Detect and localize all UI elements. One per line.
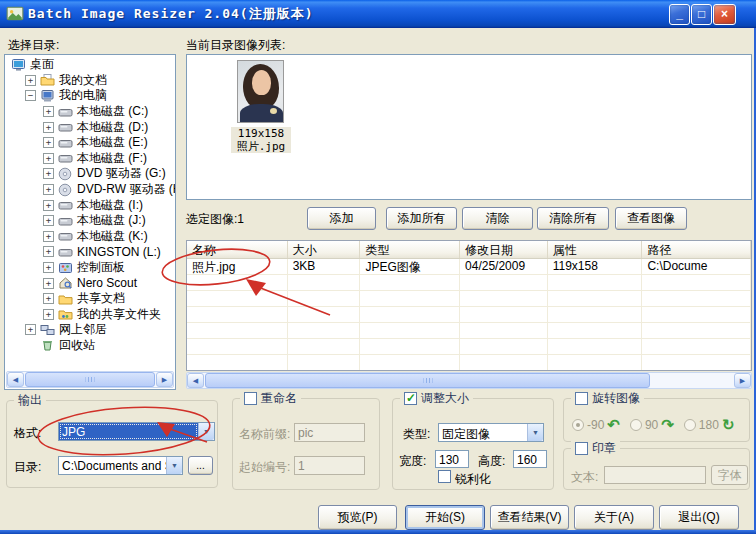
rotate-group: 旋转图像 -90 ↶ 90 ↷ 180 ↻ <box>563 398 750 442</box>
scroll-right-icon[interactable]: ▶ <box>156 372 173 387</box>
view-image-button[interactable]: 查看图像 <box>615 207 687 230</box>
tree-item-label: 我的共享文件夹 <box>77 306 161 323</box>
rotate-minus90-radio[interactable] <box>572 419 584 431</box>
column-header[interactable]: 类型 <box>360 241 460 258</box>
close-button[interactable]: × <box>713 4 736 25</box>
tree-item[interactable]: +本地磁盘 (E:) <box>5 135 175 151</box>
tree-item[interactable]: 桌面 <box>5 57 175 73</box>
disk-icon <box>58 214 73 228</box>
tree-item[interactable]: −我的电脑 <box>5 88 175 104</box>
tree-item[interactable]: +本地磁盘 (D:) <box>5 119 175 135</box>
tree-item-label: DVD-RW 驱动器 (H:) <box>77 181 176 198</box>
expand-toggle-icon[interactable]: + <box>43 293 54 304</box>
expand-toggle-icon[interactable]: + <box>43 106 54 117</box>
tree-item[interactable]: +KINGSTON (L:) <box>5 244 175 260</box>
dropdown-button[interactable]: ▼ <box>527 424 543 441</box>
table-row[interactable]: 照片.jpg3KBJPEG图像04/25/2009119x158C:\Docum… <box>187 259 751 275</box>
photo-thumbnail[interactable] <box>237 60 284 123</box>
stamp-text-field[interactable] <box>604 466 706 484</box>
resize-checkbox[interactable] <box>404 392 417 405</box>
rotate-checkbox[interactable] <box>575 392 588 405</box>
clear-button[interactable]: 清除 <box>462 207 533 230</box>
expand-toggle-icon[interactable]: + <box>43 231 54 242</box>
tree-item[interactable]: +DVD-RW 驱动器 (H:) <box>5 182 175 198</box>
format-value: JPG <box>59 423 198 440</box>
tree-item[interactable]: +本地磁盘 (F:) <box>5 151 175 167</box>
file-table-header[interactable]: 名称大小类型修改日期属性路径 <box>187 241 751 259</box>
scroll-right-icon[interactable]: ▶ <box>734 373 751 388</box>
rotate-90-radio[interactable] <box>630 419 642 431</box>
scroll-left-icon[interactable]: ◀ <box>7 372 24 387</box>
add-all-button[interactable]: 添加所有 <box>386 207 457 230</box>
table-scrollbar-thumb[interactable] <box>205 373 650 388</box>
expand-toggle-icon[interactable]: + <box>43 262 54 273</box>
expand-toggle-icon[interactable]: + <box>43 137 54 148</box>
expand-toggle-icon[interactable]: + <box>43 246 54 257</box>
preview-button[interactable]: 预览(P) <box>318 505 397 530</box>
column-header[interactable]: 名称 <box>187 241 288 258</box>
tree-item[interactable]: +DVD 驱动器 (G:) <box>5 166 175 182</box>
tree-item[interactable]: +本地磁盘 (K:) <box>5 229 175 245</box>
tree-item[interactable]: +共享文档 <box>5 291 175 307</box>
expand-toggle-icon[interactable]: + <box>43 200 54 211</box>
sharpen-checkbox[interactable] <box>438 470 451 483</box>
column-header[interactable]: 属性 <box>548 241 643 258</box>
dropdown-button[interactable]: ▼ <box>198 423 214 440</box>
about-button[interactable]: 关于(A) <box>574 505 654 530</box>
tree-item[interactable]: +我的共享文件夹 <box>5 307 175 323</box>
column-header[interactable]: 大小 <box>288 241 361 258</box>
disk-icon <box>58 245 73 259</box>
expand-toggle-icon[interactable]: + <box>43 168 54 179</box>
column-header[interactable]: 路径 <box>642 241 751 258</box>
font-button[interactable]: 字体 <box>711 465 748 485</box>
table-cell: C:\Docume <box>642 259 751 274</box>
rotate-180-radio[interactable] <box>684 419 696 431</box>
tree-horizontal-scrollbar[interactable]: ◀ ▶ <box>6 371 174 388</box>
rename-checkbox[interactable] <box>244 392 257 405</box>
clear-all-button[interactable]: 清除所有 <box>537 207 609 230</box>
collapse-toggle-icon[interactable]: − <box>25 90 36 101</box>
table-horizontal-scrollbar[interactable]: ◀ ▶ <box>186 372 752 389</box>
expand-toggle-icon[interactable]: + <box>43 184 54 195</box>
column-header[interactable]: 修改日期 <box>460 241 548 258</box>
expand-toggle-icon[interactable]: + <box>43 215 54 226</box>
resize-type-combobox[interactable]: 固定图像 ▼ <box>438 423 544 442</box>
expand-toggle-icon[interactable]: + <box>43 122 54 133</box>
tree-item[interactable]: +网上邻居 <box>5 322 175 338</box>
tree-scrollbar-thumb[interactable] <box>25 372 155 387</box>
browse-button[interactable]: ... <box>188 456 213 475</box>
start-number-field[interactable]: 1 <box>294 456 365 475</box>
tree-item[interactable]: +本地磁盘 (I:) <box>5 197 175 213</box>
height-field[interactable]: 160 <box>513 450 547 468</box>
tree-item[interactable]: +本地磁盘 (C:) <box>5 104 175 120</box>
minimize-button[interactable]: _ <box>669 4 690 25</box>
format-combobox[interactable]: JPG ▼ <box>58 422 215 441</box>
expand-toggle-icon[interactable]: + <box>25 75 36 86</box>
tree-item[interactable]: +控制面板 <box>5 260 175 276</box>
add-button[interactable]: 添加 <box>307 207 376 230</box>
tree-item[interactable]: +Nero Scout <box>5 275 175 291</box>
tree-item-label: 共享文档 <box>77 290 125 307</box>
tree-item[interactable]: +我的文档 <box>5 73 175 89</box>
expand-toggle-icon[interactable]: + <box>43 278 54 289</box>
start-button[interactable]: 开始(S) <box>405 505 485 530</box>
width-field[interactable]: 130 <box>435 450 469 468</box>
output-directory-combobox[interactable]: C:\Documents and S ▼ <box>58 456 183 475</box>
view-results-button[interactable]: 查看结果(V) <box>490 505 569 530</box>
dropdown-button[interactable]: ▼ <box>166 457 182 474</box>
control-icon <box>58 261 73 275</box>
scroll-left-icon[interactable]: ◀ <box>187 373 204 388</box>
stamp-checkbox[interactable] <box>575 442 588 455</box>
table-cell <box>187 339 288 354</box>
tree-item[interactable]: +本地磁盘 (J:) <box>5 213 175 229</box>
expand-toggle-icon[interactable]: + <box>25 324 36 335</box>
thumbnail-caption[interactable]: 119x158 照片.jpg <box>231 127 291 153</box>
expand-toggle-icon[interactable]: + <box>43 153 54 164</box>
scrollbar-track[interactable] <box>651 373 734 388</box>
quit-button[interactable]: 退出(Q) <box>659 505 739 530</box>
table-cell <box>548 291 643 306</box>
tree-item[interactable]: 回收站 <box>5 338 175 354</box>
maximize-button[interactable]: □ <box>691 4 712 25</box>
prefix-field[interactable]: pic <box>294 423 365 442</box>
expand-toggle-icon[interactable]: + <box>43 309 54 320</box>
